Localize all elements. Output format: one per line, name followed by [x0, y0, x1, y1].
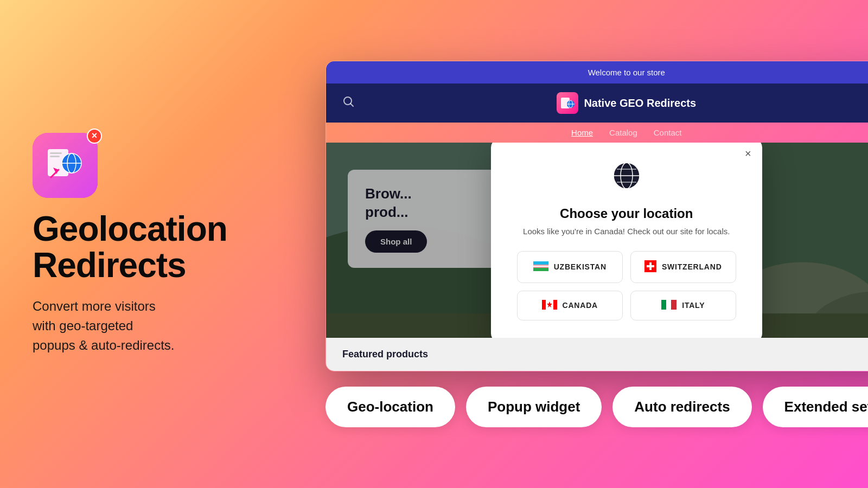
italy-label: ITALY: [682, 301, 705, 310]
modal-countries: UZBEKISTAN: [517, 251, 736, 320]
svg-line-10: [350, 104, 353, 106]
browser-bottom: Featured products: [326, 338, 868, 371]
switzerland-label: SWITZERLAND: [662, 262, 722, 271]
switzerland-flag: [644, 260, 656, 274]
right-panel: Welcome to our store: [326, 61, 868, 427]
geolocation-modal: ×: [491, 143, 762, 338]
modal-subtitle: Looks like you're in Canada! Check out o…: [517, 227, 736, 236]
search-icon[interactable]: [342, 95, 354, 111]
headline-line2: Redirects: [33, 247, 293, 284]
nav-logo-text: Native GEO Redirects: [584, 97, 696, 110]
country-canada[interactable]: CANADA: [517, 291, 623, 320]
italy-flag: [661, 300, 676, 311]
app-icon-badge: ×: [87, 129, 102, 144]
nav-logo-icon: [557, 92, 578, 114]
pills-row: Geo-location Popup widget Auto redirects…: [326, 387, 868, 427]
canada-label: CANADA: [563, 301, 598, 310]
pill-geo-location[interactable]: Geo-location: [326, 387, 455, 427]
modal-title: Choose your location: [517, 206, 736, 221]
country-switzerland[interactable]: SWITZERLAND: [630, 251, 736, 283]
modal-overlay: ×: [326, 143, 868, 338]
browser-topbar: Welcome to our store: [326, 61, 868, 84]
svg-rect-30: [533, 261, 548, 265]
app-icon-art: [43, 144, 87, 187]
svg-rect-1: [50, 152, 62, 154]
page-container: × Geolocation Redirects Convert more vis…: [0, 0, 868, 488]
country-uzbekistan[interactable]: UZBEKISTAN: [517, 251, 623, 283]
svg-rect-39: [542, 300, 546, 310]
browser-window: Welcome to our store: [326, 61, 868, 371]
browser-navbar: Native GEO Redirects: [326, 84, 868, 123]
svg-rect-44: [661, 300, 666, 310]
pill-extended-settings[interactable]: Extended settings: [763, 387, 868, 427]
nav-catalog[interactable]: Catalog: [609, 128, 637, 137]
svg-rect-32: [533, 268, 548, 271]
headline: Geolocation Redirects: [33, 211, 293, 284]
pill-popup-widget[interactable]: Popup widget: [466, 387, 602, 427]
pill-auto-redirects[interactable]: Auto redirects: [612, 387, 751, 427]
nav-contact[interactable]: Contact: [654, 128, 682, 137]
modal-close-button[interactable]: ×: [745, 147, 751, 160]
globe-icon: [517, 160, 736, 197]
nav-logo: Native GEO Redirects: [557, 92, 696, 114]
app-subtext: Convert more visitorswith geo-targetedpo…: [33, 297, 293, 355]
svg-rect-2: [50, 156, 60, 157]
nav-home[interactable]: Home: [571, 128, 593, 137]
hero-background: Brow...prod... Shop all ×: [326, 143, 868, 338]
featured-products-label: Featured products: [342, 349, 868, 360]
headline-line1: Geolocation: [33, 211, 293, 247]
left-panel: × Geolocation Redirects Convert more vis…: [33, 133, 293, 355]
canada-flag: [542, 300, 557, 311]
uzbekistan-label: UZBEKISTAN: [554, 262, 607, 271]
svg-rect-37: [647, 265, 654, 267]
country-italy[interactable]: ITALY: [630, 291, 736, 320]
browser-hero: Brow...prod... Shop all ×: [326, 143, 868, 338]
nav-links: Home Catalog Contact: [326, 123, 868, 143]
svg-rect-40: [553, 300, 557, 310]
app-icon: ×: [33, 133, 98, 198]
uzbekistan-flag: [533, 261, 548, 273]
